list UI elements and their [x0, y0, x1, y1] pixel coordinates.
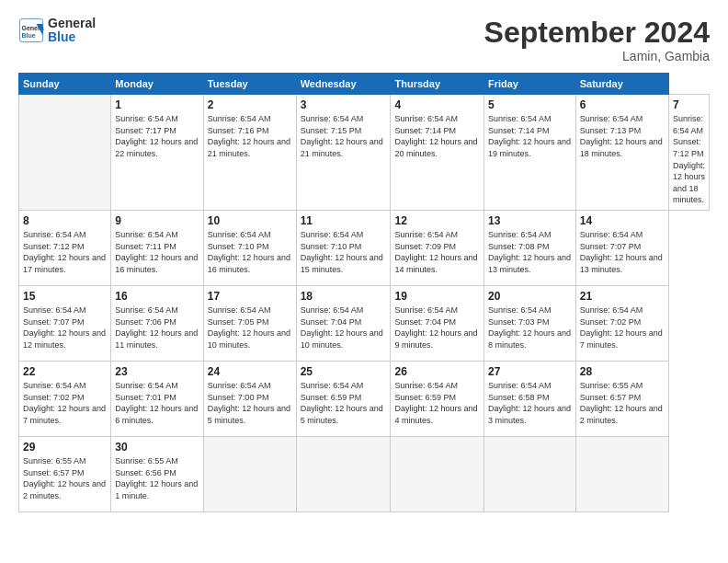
- day-cell-24: 24 Sunrise: 6:54 AMSunset: 7:00 PMDaylig…: [203, 361, 296, 436]
- day-info: Sunrise: 6:54 AMSunset: 6:58 PMDaylight:…: [488, 381, 571, 425]
- day-info: Sunrise: 6:54 AMSunset: 7:14 PMDaylight:…: [488, 114, 571, 158]
- day-info: Sunrise: 6:54 AMSunset: 7:08 PMDaylight:…: [488, 230, 571, 274]
- logo: General Blue General Blue: [18, 17, 96, 45]
- weekday-header-monday: Monday: [111, 74, 204, 95]
- empty-cell: [19, 95, 111, 211]
- calendar-header-row: SundayMondayTuesdayWednesdayThursdayFrid…: [19, 74, 710, 95]
- day-number: 14: [580, 214, 665, 227]
- day-number: 8: [23, 214, 107, 227]
- day-cell-20: 20 Sunrise: 6:54 AMSunset: 7:03 PMDaylig…: [483, 285, 575, 361]
- svg-text:Blue: Blue: [22, 33, 36, 40]
- logo-icon: General Blue: [18, 17, 44, 43]
- day-cell-17: 17 Sunrise: 6:54 AMSunset: 7:05 PMDaylig…: [203, 285, 296, 361]
- weekday-header-tuesday: Tuesday: [203, 74, 296, 95]
- day-cell-27: 27 Sunrise: 6:54 AMSunset: 6:58 PMDaylig…: [483, 361, 575, 436]
- day-cell-3: 3 Sunrise: 6:54 AMSunset: 7:15 PMDayligh…: [296, 95, 391, 211]
- day-number: 21: [580, 290, 665, 303]
- day-cell-11: 11 Sunrise: 6:54 AMSunset: 7:10 PMDaylig…: [296, 210, 391, 285]
- day-info: Sunrise: 6:54 AMSunset: 7:17 PMDaylight:…: [115, 114, 198, 158]
- day-number: 30: [115, 441, 199, 454]
- day-info: Sunrise: 6:54 AMSunset: 7:06 PMDaylight:…: [115, 305, 198, 350]
- day-number: 3: [301, 98, 387, 111]
- day-number: 1: [115, 98, 199, 111]
- day-cell-6: 6 Sunrise: 6:54 AMSunset: 7:13 PMDayligh…: [575, 95, 668, 211]
- day-cell-28: 28 Sunrise: 6:55 AMSunset: 6:57 PMDaylig…: [575, 361, 668, 436]
- day-cell-18: 18 Sunrise: 6:54 AMSunset: 7:04 PMDaylig…: [296, 285, 391, 361]
- empty-cell: [391, 436, 483, 511]
- empty-cell: [296, 436, 391, 511]
- day-info: Sunrise: 6:54 AMSunset: 7:12 PMDaylight:…: [673, 114, 705, 204]
- day-info: Sunrise: 6:54 AMSunset: 6:59 PMDaylight:…: [301, 381, 383, 425]
- day-cell-10: 10 Sunrise: 6:54 AMSunset: 7:10 PMDaylig…: [203, 210, 296, 285]
- day-info: Sunrise: 6:54 AMSunset: 7:04 PMDaylight:…: [394, 305, 477, 350]
- day-info: Sunrise: 6:54 AMSunset: 7:14 PMDaylight:…: [394, 114, 477, 158]
- day-number: 16: [115, 290, 199, 303]
- day-cell-12: 12 Sunrise: 6:54 AMSunset: 7:09 PMDaylig…: [391, 210, 483, 285]
- day-cell-23: 23 Sunrise: 6:54 AMSunset: 7:01 PMDaylig…: [111, 361, 204, 436]
- day-cell-15: 15 Sunrise: 6:54 AMSunset: 7:07 PMDaylig…: [19, 285, 111, 361]
- day-number: 7: [673, 98, 705, 111]
- empty-cell: [203, 436, 296, 511]
- day-info: Sunrise: 6:55 AMSunset: 6:57 PMDaylight:…: [580, 381, 663, 425]
- day-cell-22: 22 Sunrise: 6:54 AMSunset: 7:02 PMDaylig…: [19, 361, 111, 436]
- weekday-header-thursday: Thursday: [391, 74, 483, 95]
- day-info: Sunrise: 6:54 AMSunset: 7:02 PMDaylight:…: [23, 381, 106, 425]
- day-info: Sunrise: 6:54 AMSunset: 7:01 PMDaylight:…: [115, 381, 198, 425]
- week-row-3: 15 Sunrise: 6:54 AMSunset: 7:07 PMDaylig…: [19, 285, 710, 361]
- day-cell-21: 21 Sunrise: 6:54 AMSunset: 7:02 PMDaylig…: [575, 285, 668, 361]
- day-number: 18: [301, 290, 387, 303]
- location: Lamin, Gambia: [484, 49, 710, 63]
- day-number: 4: [394, 98, 479, 111]
- weekday-header-wednesday: Wednesday: [296, 74, 391, 95]
- day-number: 22: [23, 365, 107, 378]
- day-info: Sunrise: 6:54 AMSunset: 7:11 PMDaylight:…: [115, 230, 198, 274]
- day-info: Sunrise: 6:54 AMSunset: 7:07 PMDaylight:…: [580, 230, 663, 274]
- day-cell-9: 9 Sunrise: 6:54 AMSunset: 7:11 PMDayligh…: [111, 210, 204, 285]
- day-cell-16: 16 Sunrise: 6:54 AMSunset: 7:06 PMDaylig…: [111, 285, 204, 361]
- week-row-5: 29 Sunrise: 6:55 AMSunset: 6:57 PMDaylig…: [19, 436, 710, 511]
- day-number: 11: [301, 214, 387, 227]
- calendar-body: 1 Sunrise: 6:54 AMSunset: 7:17 PMDayligh…: [19, 95, 710, 512]
- day-cell-30: 30 Sunrise: 6:55 AMSunset: 6:56 PMDaylig…: [111, 436, 204, 511]
- page: General Blue General Blue September 2024…: [0, 0, 728, 563]
- day-cell-4: 4 Sunrise: 6:54 AMSunset: 7:14 PMDayligh…: [391, 95, 483, 211]
- week-row-2: 8 Sunrise: 6:54 AMSunset: 7:12 PMDayligh…: [19, 210, 710, 285]
- day-cell-5: 5 Sunrise: 6:54 AMSunset: 7:14 PMDayligh…: [483, 95, 575, 211]
- day-number: 20: [488, 290, 572, 303]
- day-cell-2: 2 Sunrise: 6:54 AMSunset: 7:16 PMDayligh…: [203, 95, 296, 211]
- day-info: Sunrise: 6:54 AMSunset: 7:03 PMDaylight:…: [488, 305, 571, 350]
- day-number: 5: [488, 98, 572, 111]
- week-row-1: 1 Sunrise: 6:54 AMSunset: 7:17 PMDayligh…: [19, 95, 710, 211]
- weekday-header-saturday: Saturday: [575, 74, 668, 95]
- day-cell-25: 25 Sunrise: 6:54 AMSunset: 6:59 PMDaylig…: [296, 361, 391, 436]
- day-number: 24: [208, 365, 292, 378]
- day-number: 10: [208, 214, 292, 227]
- week-row-4: 22 Sunrise: 6:54 AMSunset: 7:02 PMDaylig…: [19, 361, 710, 436]
- day-number: 2: [208, 98, 292, 111]
- day-cell-13: 13 Sunrise: 6:54 AMSunset: 7:08 PMDaylig…: [483, 210, 575, 285]
- day-number: 23: [115, 365, 199, 378]
- day-cell-26: 26 Sunrise: 6:54 AMSunset: 6:59 PMDaylig…: [391, 361, 483, 436]
- day-info: Sunrise: 6:55 AMSunset: 6:56 PMDaylight:…: [115, 456, 198, 500]
- day-info: Sunrise: 6:54 AMSunset: 7:16 PMDaylight:…: [208, 114, 290, 158]
- day-info: Sunrise: 6:54 AMSunset: 7:07 PMDaylight:…: [23, 305, 106, 350]
- empty-cell: [575, 436, 668, 511]
- weekday-header-sunday: Sunday: [19, 74, 111, 95]
- day-number: 6: [580, 98, 665, 111]
- day-number: 9: [115, 214, 199, 227]
- day-number: 27: [488, 365, 572, 378]
- day-number: 19: [394, 290, 479, 303]
- day-cell-19: 19 Sunrise: 6:54 AMSunset: 7:04 PMDaylig…: [391, 285, 483, 361]
- calendar-table: SundayMondayTuesdayWednesdayThursdayFrid…: [18, 73, 710, 512]
- day-info: Sunrise: 6:54 AMSunset: 7:10 PMDaylight:…: [208, 230, 290, 274]
- day-info: Sunrise: 6:54 AMSunset: 7:04 PMDaylight:…: [301, 305, 383, 350]
- day-cell-29: 29 Sunrise: 6:55 AMSunset: 6:57 PMDaylig…: [19, 436, 111, 511]
- day-cell-8: 8 Sunrise: 6:54 AMSunset: 7:12 PMDayligh…: [19, 210, 111, 285]
- title-block: September 2024 Lamin, Gambia: [484, 17, 710, 63]
- day-number: 29: [23, 441, 107, 454]
- header: General Blue General Blue September 2024…: [18, 17, 710, 63]
- day-info: Sunrise: 6:54 AMSunset: 7:12 PMDaylight:…: [23, 230, 106, 274]
- month-title: September 2024: [484, 17, 710, 49]
- day-cell-1: 1 Sunrise: 6:54 AMSunset: 7:17 PMDayligh…: [111, 95, 204, 211]
- day-info: Sunrise: 6:55 AMSunset: 6:57 PMDaylight:…: [23, 456, 106, 500]
